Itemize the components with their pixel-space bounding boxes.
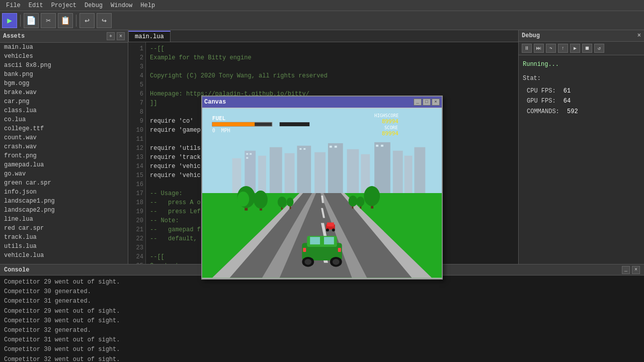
debug-step-button[interactable]: ⏭ bbox=[534, 44, 544, 53]
paste-button[interactable]: 📋 bbox=[58, 13, 73, 28]
sidebar-item-landscape1-png[interactable]: landscape1.png bbox=[0, 197, 128, 206]
sidebar-item-count-wav[interactable]: count.wav bbox=[0, 133, 128, 142]
svg-rect-6 bbox=[297, 146, 311, 193]
sidebar-item-college-ttf[interactable]: college.ttf bbox=[0, 124, 128, 133]
svg-text:SCORE: SCORE bbox=[384, 125, 398, 130]
console-minimize-button[interactable]: _ bbox=[622, 266, 630, 274]
cut-button[interactable]: ✂ bbox=[41, 13, 56, 28]
sidebar-item-line-lua[interactable]: line.lua bbox=[0, 215, 128, 224]
debug-commands-label: COMMANDS: bbox=[527, 108, 559, 115]
console-line: Competitor 30 generated. bbox=[4, 287, 640, 297]
menu-help[interactable]: Help bbox=[136, 1, 159, 10]
sidebar-item-vehicles[interactable]: vehicles bbox=[0, 52, 128, 61]
menu-file[interactable]: File bbox=[2, 1, 25, 10]
sidebar-item-co-lua[interactable]: co.lua bbox=[0, 115, 128, 124]
debug-toolbar: ⏸ ⏭ ↷ ↑ ▶ ⏹ ↺ bbox=[519, 42, 644, 55]
svg-rect-9 bbox=[347, 149, 359, 193]
svg-rect-13 bbox=[405, 156, 413, 193]
svg-text:89994: 89994 bbox=[382, 130, 398, 137]
canvas-minimize-button[interactable]: _ bbox=[414, 99, 422, 106]
svg-point-38 bbox=[254, 191, 268, 209]
menu-debug[interactable]: Debug bbox=[80, 1, 107, 10]
toolbar: ▶ 📄 ✂ 📋 ↩ ↪ bbox=[0, 11, 644, 30]
svg-point-36 bbox=[237, 192, 249, 207]
console-line: Competitor 30 went out of sight. bbox=[4, 316, 640, 326]
svg-point-40 bbox=[364, 186, 380, 206]
sidebar-item-green-car-spr[interactable]: green car.spr bbox=[0, 178, 128, 188]
sidebar-item-crash-wav[interactable]: crash.wav bbox=[0, 142, 128, 151]
svg-text:HIGHSCORE: HIGHSCORE bbox=[374, 113, 398, 118]
sidebar-item-class-lua[interactable]: class.lua bbox=[0, 106, 128, 115]
undo-button[interactable]: ↩ bbox=[79, 13, 95, 28]
sidebar-header: Assets + × bbox=[0, 30, 128, 43]
canvas-title: Canvas bbox=[204, 99, 226, 106]
svg-point-44 bbox=[287, 198, 294, 207]
sidebar-item-car-png[interactable]: car.png bbox=[0, 97, 128, 106]
sidebar-item-utils-lua[interactable]: utils.lua bbox=[0, 242, 128, 251]
sidebar-item-landscape2-png[interactable]: landscape2.png bbox=[0, 206, 128, 215]
sidebar-header-buttons: + × bbox=[107, 32, 125, 40]
debug-close-button[interactable]: × bbox=[637, 32, 641, 39]
svg-rect-76 bbox=[303, 248, 306, 252]
svg-rect-71 bbox=[324, 237, 334, 244]
svg-rect-7 bbox=[314, 152, 326, 193]
sidebar-item-bank-png[interactable]: bank.png bbox=[0, 70, 128, 79]
svg-rect-22 bbox=[376, 145, 378, 147]
console-content[interactable]: Competitor 29 went out of sight.Competit… bbox=[0, 276, 644, 362]
debug-continue-button[interactable]: ▶ bbox=[570, 44, 580, 53]
debug-restart-button[interactable]: ↺ bbox=[594, 44, 604, 53]
sidebar-item-info-json[interactable]: info.json bbox=[0, 188, 128, 197]
sidebar-item-front-png[interactable]: front.png bbox=[0, 151, 128, 160]
debug-stop-button[interactable]: ⏹ bbox=[582, 44, 592, 53]
sidebar-item-gamepad-lua[interactable]: gamepad.lua bbox=[0, 160, 128, 169]
svg-point-75 bbox=[333, 259, 340, 265]
sidebar-item-vehicle-lua[interactable]: vehicle.lua bbox=[0, 251, 128, 260]
tab-main-lua[interactable]: main.lua bbox=[128, 31, 171, 42]
new-file-button[interactable]: 📄 bbox=[24, 13, 39, 28]
menu-project[interactable]: Project bbox=[47, 1, 80, 10]
sidebar-item-main-lua[interactable]: main.lua bbox=[0, 43, 128, 52]
svg-rect-19 bbox=[303, 148, 305, 150]
run-button[interactable]: ▶ bbox=[2, 13, 17, 28]
svg-point-48 bbox=[356, 197, 364, 207]
sidebar-item-go-wav[interactable]: go.wav bbox=[0, 169, 128, 178]
toolbar-separator-2 bbox=[76, 15, 76, 27]
svg-point-51 bbox=[326, 228, 329, 231]
svg-point-74 bbox=[304, 259, 311, 265]
debug-gpu-fps-row: GPU FPS: 64 bbox=[527, 96, 640, 106]
svg-rect-11 bbox=[374, 142, 390, 193]
debug-cpu-fps-value: 61 bbox=[564, 87, 571, 95]
svg-text:FUEL: FUEL bbox=[212, 115, 226, 122]
debug-cpu-fps-label: CPU FPS: bbox=[527, 87, 556, 95]
svg-point-42 bbox=[278, 197, 287, 208]
canvas-close-button[interactable]: × bbox=[432, 99, 440, 106]
sidebar-item-red-car-spr[interactable]: red car.spr bbox=[0, 224, 128, 233]
menu-edit[interactable]: Edit bbox=[25, 1, 47, 10]
sidebar-item-track-lua[interactable]: track.lua bbox=[0, 233, 128, 242]
game-canvas-svg: FUEL 0 MPH HIGHSCORE 89994 SCORE 89994 bbox=[202, 108, 442, 279]
svg-rect-4 bbox=[270, 147, 282, 193]
console-close-button[interactable]: × bbox=[632, 266, 640, 274]
svg-rect-14 bbox=[414, 147, 425, 193]
debug-content: Running... Stat: CPU FPS: 61 GPU FPS: 64… bbox=[519, 55, 644, 121]
menu-window[interactable]: Window bbox=[107, 1, 136, 10]
svg-rect-17 bbox=[246, 157, 248, 159]
debug-status: Running... bbox=[523, 59, 640, 69]
svg-text:0: 0 bbox=[212, 128, 215, 133]
svg-rect-50 bbox=[327, 223, 334, 227]
sidebar-item-bgm-ogg[interactable]: bgm.ogg bbox=[0, 79, 128, 88]
debug-stepover-button[interactable]: ↷ bbox=[546, 44, 556, 53]
svg-rect-23 bbox=[381, 145, 383, 147]
canvas-maximize-button[interactable]: □ bbox=[423, 99, 431, 106]
sidebar-close-button[interactable]: × bbox=[117, 32, 125, 40]
console-line: Competitor 31 generated. bbox=[4, 297, 640, 306]
svg-rect-5 bbox=[285, 153, 295, 193]
debug-pause-button[interactable]: ⏸ bbox=[522, 44, 532, 53]
sidebar-add-button[interactable]: + bbox=[107, 32, 115, 40]
debug-commands-value: 592 bbox=[567, 108, 578, 115]
sidebar-item-brake-wav[interactable]: brake.wav bbox=[0, 88, 128, 97]
debug-stepout-button[interactable]: ↑ bbox=[558, 44, 568, 53]
redo-button[interactable]: ↪ bbox=[97, 13, 112, 28]
sidebar-item-ascii-8x8-png[interactable]: ascii 8x8.png bbox=[0, 61, 128, 70]
svg-rect-20 bbox=[330, 146, 332, 148]
